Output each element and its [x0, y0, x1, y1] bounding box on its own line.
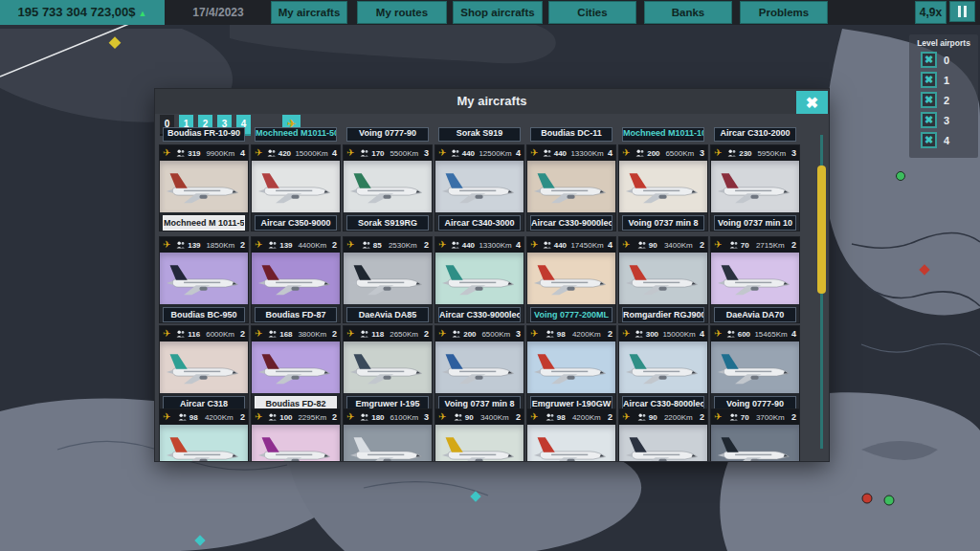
topbar-button-banks[interactable]: Banks — [644, 1, 732, 24]
scrollbar-thumb[interactable] — [817, 165, 826, 294]
checkbox-level-0[interactable]: ✖ — [921, 52, 937, 68]
range-value: 5950Km — [757, 149, 786, 158]
passenger-count: 98 — [546, 330, 566, 339]
aircraft-name: Aircar C330-9000leo — [530, 215, 612, 231]
level-value: 2 — [516, 412, 521, 422]
aircraft-card[interactable]: ✈852530Km2DaeAvia DA85 — [344, 237, 432, 322]
aircraft-silhouette — [531, 348, 612, 386]
aircraft-stats: ✈3199900Km4 — [160, 145, 248, 161]
aircraft-card[interactable]: ✈703700Km2 — [711, 409, 799, 461]
range-value: 6500Km — [481, 330, 510, 339]
topbar-button-cities[interactable]: Cities — [548, 1, 636, 24]
aircraft-card[interactable]: ✈984200Km2 — [160, 409, 248, 461]
range-value: 13300Km — [570, 149, 603, 158]
aircraft-image — [527, 253, 615, 304]
aircraft-silhouette — [164, 431, 244, 461]
level-value: 2 — [608, 412, 612, 422]
map-airport-green[interactable] — [897, 172, 905, 181]
modal-body: 01234✈ Boudias FR-10-90Mochneed M1011-50… — [155, 114, 829, 461]
close-button[interactable]: ✖ — [796, 91, 828, 116]
aircraft-card[interactable]: ✈2006500Km3Voing 0737 min 8 — [619, 145, 707, 231]
checkbox-level-1[interactable]: ✖ — [921, 72, 937, 88]
aircraft-card[interactable]: ✈42015000Km4Aircar C350-9000 — [252, 145, 340, 231]
aircraft-image — [619, 425, 707, 461]
plane-icon: ✈ — [255, 412, 262, 422]
aircraft-card[interactable]: ✈1002295Km2 — [252, 409, 340, 461]
passengers-icon — [729, 413, 739, 421]
aircraft-image — [435, 342, 523, 393]
range-value: 3700Km — [756, 413, 785, 422]
aircraft-card[interactable]: ✈30015000Km4Aircar C330-8000leo — [619, 326, 707, 411]
aircraft-stats: ✈44013300Km4 — [527, 145, 615, 161]
plane-icon: ✈ — [622, 148, 630, 158]
aircraft-silhouette — [439, 348, 520, 386]
passenger-count: 600 — [726, 330, 750, 339]
aircraft-card[interactable]: ✈1166000Km2Aircar C318 — [160, 326, 248, 411]
topbar-button-problems[interactable]: Problems — [740, 1, 828, 24]
passenger-count: 90 — [637, 241, 657, 250]
aircraft-card[interactable]: ✈702715Km2DaeAvia DA70 — [711, 237, 799, 322]
modal-title: My aircrafts — [155, 89, 829, 114]
passengers-icon — [454, 413, 463, 421]
aircraft-stats: ✈2305950Km3 — [711, 145, 799, 161]
topbar-button-my-aircrafts[interactable]: My aircrafts — [271, 1, 347, 24]
aircraft-card[interactable]: ✈902200Km2 — [619, 409, 707, 461]
date-display: 17/4/2023 — [168, 0, 268, 25]
aircraft-stats: ✈902200Km2 — [619, 409, 707, 425]
level-value: 2 — [700, 412, 704, 422]
aircraft-card[interactable]: ✈60015465Km4Voing 0777-90 — [711, 326, 799, 411]
plane-icon: ✈ — [622, 329, 630, 339]
passengers-icon — [726, 330, 736, 338]
aircraft-image — [252, 253, 340, 304]
aircraft-card[interactable]: ✈1391850Km2Boudias BC-950 — [160, 237, 248, 322]
aircraft-image — [711, 342, 799, 393]
pause-icon — [964, 6, 967, 17]
level-label: 3 — [944, 115, 949, 126]
range-value: 4400Km — [298, 241, 326, 250]
aircraft-card[interactable]: ✈2305950Km3Voing 0737 min 10 — [711, 145, 799, 231]
aircraft-card[interactable]: ✈44017450Km4Voing 0777-200ML — [527, 237, 615, 322]
topbar-button-shop-aircrafts[interactable]: Shop aircrafts — [453, 1, 543, 24]
aircraft-card[interactable]: ✈1705500Km3Sorak S919RG — [344, 145, 432, 231]
level-value: 3 — [424, 148, 429, 158]
level-value: 2 — [424, 240, 429, 250]
aircraft-image — [252, 342, 340, 393]
aircraft-card[interactable]: ✈1806100Km3 — [344, 409, 432, 461]
aircraft-card[interactable]: ✈903400Km2Romgardier RGJ900LR — [619, 237, 707, 322]
plane-icon: ✈ — [163, 148, 170, 158]
aircraft-card[interactable]: ✈1182650Km2Emgruwer I-195 — [344, 326, 432, 411]
checkbox-level-2[interactable]: ✖ — [921, 92, 937, 108]
aircraft-stats: ✈1391850Km2 — [160, 237, 248, 253]
speed-button[interactable]: 4,9x — [915, 1, 947, 24]
range-value: 2650Km — [390, 330, 418, 339]
plane-icon: ✈ — [346, 148, 354, 158]
aircraft-name: Voing 0737 min 10 — [714, 215, 796, 231]
level-value: 2 — [700, 240, 704, 250]
aircraft-grid: Boudias FR-10-90Mochneed M1011-500FVoing… — [155, 114, 829, 461]
checkbox-level-3[interactable]: ✖ — [921, 112, 937, 128]
map-airport-red[interactable] — [862, 494, 872, 503]
aircraft-card[interactable]: ✈1683800Km2Boudias FD-82 — [252, 326, 340, 411]
aircraft-card[interactable]: ✈44013300Km4Aircar C330-9000leo — [435, 237, 523, 322]
aircraft-name-partial: Voing 0777-90 — [346, 127, 429, 142]
aircraft-silhouette — [439, 259, 520, 298]
aircraft-card[interactable]: ✈984200Km2 — [527, 409, 615, 461]
map-airport-green[interactable] — [884, 496, 894, 505]
aircraft-card[interactable]: ✈2006500Km3Voing 0737 min 8 — [435, 326, 523, 411]
aircraft-image — [344, 425, 432, 461]
aircraft-card[interactable]: ✈903400Km2 — [435, 409, 523, 461]
aircraft-card[interactable]: ✈44013300Km4Aircar C330-9000leo — [527, 145, 615, 231]
aircraft-card[interactable]: ✈44012500Km4Aircar C340-3000 — [435, 145, 523, 231]
pause-button[interactable] — [949, 1, 975, 22]
plane-icon: ✈ — [438, 240, 446, 250]
plane-icon: ✈ — [346, 240, 354, 250]
plane-icon: ✈ — [255, 329, 262, 339]
level-value: 2 — [332, 240, 337, 250]
topbar-button-my-routes[interactable]: My routes — [357, 1, 447, 24]
aircraft-image — [252, 161, 340, 212]
aircraft-card[interactable]: ✈3199900Km4Mochneed M 1011-5000 — [160, 145, 248, 231]
aircraft-card[interactable]: ✈1394400Km2Boudias FD-87 — [252, 237, 340, 322]
aircraft-name: Romgardier RGJ900LR — [622, 307, 704, 322]
checkbox-level-4[interactable]: ✖ — [921, 132, 937, 148]
aircraft-card[interactable]: ✈984200Km2Emgruwer I-190GW — [527, 326, 615, 411]
